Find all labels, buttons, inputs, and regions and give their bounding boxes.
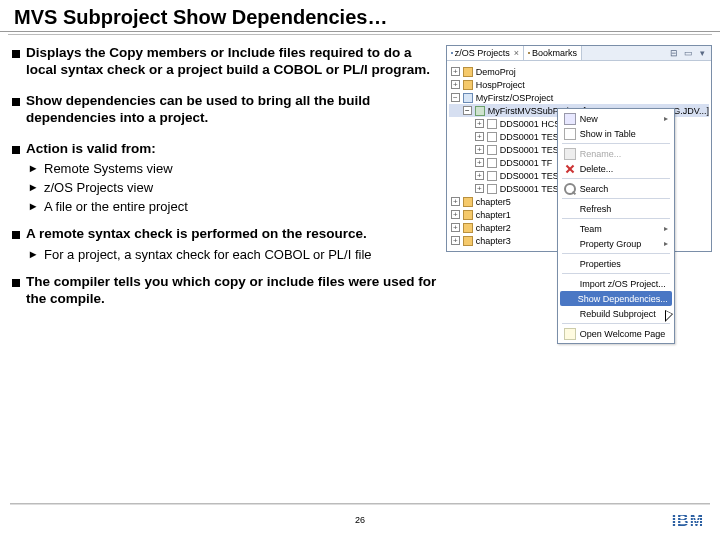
bullet-icon xyxy=(12,279,20,287)
menu-label: Show Dependencies... xyxy=(578,294,668,304)
expand-icon[interactable]: + xyxy=(475,171,484,180)
menu-rebuild[interactable]: Rebuild Subproject xyxy=(560,306,672,321)
menu-label: Rename... xyxy=(580,149,622,159)
expand-icon[interactable]: + xyxy=(475,145,484,154)
expand-icon[interactable]: + xyxy=(475,184,484,193)
node-label: DDS0001 TF xyxy=(500,158,552,168)
file-icon xyxy=(487,158,497,168)
menu-label: Rebuild Subproject xyxy=(580,309,656,319)
menu-separator xyxy=(562,323,670,324)
menu-new[interactable]: New xyxy=(560,111,672,126)
file-icon xyxy=(487,171,497,181)
menu-label: Refresh xyxy=(580,204,612,214)
expand-icon[interactable]: + xyxy=(475,158,484,167)
menu-show-in-table[interactable]: Show in Table xyxy=(560,126,672,141)
node-label: chapter2 xyxy=(476,223,511,233)
expand-icon[interactable]: + xyxy=(451,223,460,232)
menu-label: Show in Table xyxy=(580,129,636,139)
expand-icon[interactable]: + xyxy=(451,67,460,76)
bullet-3: Action is valid from: xyxy=(12,141,438,158)
menu-property-group[interactable]: Property Group xyxy=(560,236,672,251)
menu-rename[interactable]: Rename... xyxy=(560,146,672,161)
ibm-logo: IBM xyxy=(672,512,704,530)
menu-open-welcome[interactable]: Open Welcome Page xyxy=(560,326,672,341)
folder-icon xyxy=(463,67,473,77)
new-icon xyxy=(564,113,576,125)
tree-node[interactable]: +DemoProj xyxy=(449,65,709,78)
prop-group-icon xyxy=(564,238,576,250)
file-icon xyxy=(487,119,497,129)
sub-text: A file or the entire project xyxy=(44,199,188,216)
import-icon xyxy=(564,278,576,290)
bullet-1: Displays the Copy members or Include fil… xyxy=(12,45,438,79)
expand-icon[interactable]: + xyxy=(451,197,460,206)
menu-team[interactable]: Team xyxy=(560,221,672,236)
menu-label: Property Group xyxy=(580,239,642,249)
sub-bullet: ▸Remote Systems view xyxy=(30,161,438,178)
menu-properties[interactable]: Properties xyxy=(560,256,672,271)
bullet-2: Show dependencies can be used to bring a… xyxy=(12,93,438,127)
folder-icon xyxy=(463,210,473,220)
bullet-5-text: The compiler tells you which copy or inc… xyxy=(26,274,438,308)
expand-icon[interactable]: − xyxy=(451,93,460,102)
menu-separator xyxy=(562,218,670,219)
menu-search[interactable]: Search xyxy=(560,181,672,196)
sub-bullet: ▸z/OS Projects view xyxy=(30,180,438,197)
bullet-4: A remote syntax check is performed on th… xyxy=(12,226,438,243)
node-label: DDS0001 TES xyxy=(500,171,559,181)
welcome-icon xyxy=(564,328,576,340)
file-icon xyxy=(487,184,497,194)
menu-import[interactable]: Import z/OS Project... xyxy=(560,276,672,291)
menu-label: Properties xyxy=(580,259,621,269)
close-icon[interactable]: × xyxy=(514,48,519,58)
view-tabs: z/OS Projects × Bookmarks ⊟ ▭ ▾ xyxy=(447,46,711,61)
menu-label: Search xyxy=(580,184,609,194)
menu-show-dependencies[interactable]: Show Dependencies... xyxy=(560,291,672,306)
tab-label: Bookmarks xyxy=(532,48,577,58)
arrow-icon: ▸ xyxy=(30,247,40,263)
bullet-icon xyxy=(12,146,20,154)
arrow-icon: ▸ xyxy=(30,199,40,215)
tab-label: z/OS Projects xyxy=(455,48,510,58)
menu-separator xyxy=(562,253,670,254)
expand-icon[interactable]: + xyxy=(475,132,484,141)
refresh-icon xyxy=(564,203,576,215)
bullet-3-text: Action is valid from: xyxy=(26,141,156,158)
expand-icon[interactable]: + xyxy=(451,210,460,219)
tab-toolbar-icons[interactable]: ⊟ ▭ ▾ xyxy=(666,46,711,60)
search-icon xyxy=(564,183,576,195)
team-icon xyxy=(564,223,576,235)
expand-icon[interactable]: + xyxy=(451,80,460,89)
node-label: chapter5 xyxy=(476,197,511,207)
bookmark-icon xyxy=(528,52,530,54)
bullet-1-text: Displays the Copy members or Include fil… xyxy=(26,45,438,79)
rebuild-icon xyxy=(564,308,576,320)
menu-label: New xyxy=(580,114,598,124)
node-label: HospProject xyxy=(476,80,525,90)
sub-text: Remote Systems view xyxy=(44,161,173,178)
node-label: DDS0001 TES xyxy=(500,184,559,194)
expand-icon[interactable]: + xyxy=(451,236,460,245)
expand-icon[interactable]: − xyxy=(463,106,472,115)
bullet-2-text: Show dependencies can be used to bring a… xyxy=(26,93,438,127)
bullet-5: The compiler tells you which copy or inc… xyxy=(12,274,438,308)
sub-bullet: ▸A file or the entire project xyxy=(30,199,438,216)
tree-node[interactable]: −MyFirstz/OSProject xyxy=(449,91,709,104)
bullet-icon xyxy=(12,50,20,58)
menu-refresh[interactable]: Refresh xyxy=(560,201,672,216)
tab-zos-projects[interactable]: z/OS Projects × xyxy=(447,46,524,60)
proj-icon xyxy=(451,52,453,54)
text-column: Displays the Copy members or Include fil… xyxy=(8,45,438,322)
menu-label: Team xyxy=(580,224,602,234)
tab-bookmarks[interactable]: Bookmarks xyxy=(524,46,582,60)
menu-separator xyxy=(562,178,670,179)
expand-icon[interactable]: + xyxy=(475,119,484,128)
folder-icon xyxy=(463,80,473,90)
folder-icon xyxy=(463,223,473,233)
tree-node[interactable]: +HospProject xyxy=(449,78,709,91)
node-label: chapter1 xyxy=(476,210,511,220)
deps-icon xyxy=(564,293,574,305)
menu-delete[interactable]: Delete... xyxy=(560,161,672,176)
mouse-cursor-icon xyxy=(665,310,676,325)
menu-separator xyxy=(562,143,670,144)
